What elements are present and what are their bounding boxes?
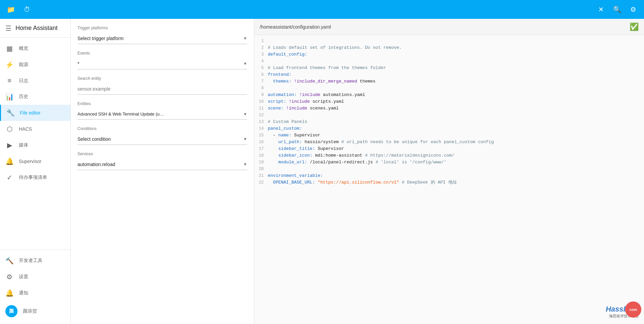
code-line-17: 17 sidebar_title: Supervisor	[254, 145, 644, 152]
code-line-6: 6 frontend:	[254, 71, 644, 78]
sidebar-item-file-editor[interactable]: 🔧 File editor	[0, 105, 70, 121]
code-line-15: 15 - name: Supervisor	[254, 132, 644, 139]
log-icon: ≡	[5, 77, 13, 85]
code-line-1: 1	[254, 38, 644, 44]
sidebar-item-history[interactable]: 📊 历史	[0, 89, 70, 105]
overview-icon: ▦	[5, 44, 13, 53]
code-line-13: 13 # Custom Panels	[254, 119, 644, 125]
trigger-platforms-label: Trigger platforms	[77, 26, 247, 30]
user-label: 颜添贺	[23, 308, 37, 314]
code-line-18: 18 sidebar_icon: mdi:home-assistant # ht…	[254, 152, 644, 159]
services-select[interactable]: automation.reload ▼	[77, 159, 247, 170]
code-line-3: 3 default_config:	[254, 51, 644, 58]
avatar: 颜	[5, 305, 18, 317]
todo-label: 待办事项清单	[19, 174, 47, 181]
code-editor[interactable]: 1 2 # Loads default set of integrations.…	[254, 35, 644, 324]
code-line-8: 8	[254, 85, 644, 92]
services-value: automation.reload	[77, 162, 115, 167]
code-line-11: 11 scene: !include scenes.yaml	[254, 105, 644, 112]
file-editor-header: /homeassistant/configuration.yaml ✅	[254, 19, 644, 35]
supervisor-icon: 🔔	[5, 157, 13, 165]
code-line-20: 20	[254, 166, 644, 172]
topbar: 📁 ⏱ ✕ 🔍 ⚙	[0, 0, 644, 19]
search-button[interactable]: 🔍	[612, 4, 622, 15]
main-layout: ☰ Home Assistant ▦ 概览 ⚡ 能源 ≡ 日志 📊 历史 🔧	[0, 19, 644, 324]
sidebar-item-media[interactable]: ▶ 媒体	[0, 137, 70, 153]
sidebar-item-energy[interactable]: ⚡ 能源	[0, 57, 70, 73]
watermark-badge: com	[625, 301, 641, 318]
media-label: 媒体	[19, 142, 28, 148]
settings-button[interactable]: ⚙	[628, 4, 639, 15]
content-area: Trigger platforms Select trigger platfor…	[71, 19, 644, 324]
sidebar-item-overview[interactable]: ▦ 概览	[0, 40, 70, 57]
notifications-icon: 🔔	[5, 289, 13, 297]
search-entity-label: Search entity	[77, 76, 247, 81]
watermark: com Hassbian 瀚思彼岸技术论坛	[606, 305, 639, 319]
entities-label: Entities	[77, 101, 247, 106]
check-icon: ✅	[630, 23, 639, 31]
left-panel: Trigger platforms Select trigger platfor…	[71, 19, 254, 324]
conditions-select[interactable]: Select condition ▼	[77, 134, 247, 145]
overview-label: 概览	[19, 45, 28, 52]
trigger-platform-arrow: ▼	[243, 36, 247, 41]
conditions-value: Select condition	[77, 136, 111, 142]
history-icon[interactable]: ⏱	[22, 4, 32, 15]
hacs-label: HACS	[19, 126, 32, 132]
sidebar-item-todo[interactable]: ✓ 待办事项清单	[0, 169, 70, 186]
developer-label: 开发者工具	[19, 258, 42, 264]
sidebar-item-user[interactable]: 颜 颜添贺	[0, 301, 70, 321]
close-button[interactable]: ✕	[595, 4, 606, 15]
sidebar-item-developer[interactable]: 🔨 开发者工具	[0, 253, 70, 269]
app-title: Home Assistant	[15, 25, 58, 32]
log-label: 日志	[19, 78, 28, 84]
code-line-12: 12	[254, 112, 644, 119]
sidebar-item-log[interactable]: ≡ 日志	[0, 73, 70, 89]
media-icon: ▶	[5, 141, 13, 149]
entities-arrow: ▼	[243, 112, 247, 117]
sidebar-item-settings[interactable]: ⚙ 设置	[0, 269, 70, 285]
code-line-19: 19 module_url: /local/panel-redirect.js …	[254, 159, 644, 166]
events-select[interactable]: * ▼	[77, 58, 247, 69]
code-line-16: 16 url_path: hassio/system # url_path ne…	[254, 139, 644, 145]
energy-label: 能源	[19, 62, 28, 68]
sidebar-item-supervisor[interactable]: 🔔 Supervisor	[0, 153, 70, 169]
topbar-actions: ✕ 🔍 ⚙	[595, 4, 639, 15]
conditions-arrow: ▼	[243, 137, 247, 141]
settings-label: 设置	[19, 274, 28, 280]
sidebar-item-hacs[interactable]: ⬡ HACS	[0, 121, 70, 137]
search-entity-input[interactable]	[77, 84, 247, 95]
energy-icon: ⚡	[5, 61, 13, 69]
code-line-10: 10 script: !include scripts.yaml	[254, 98, 644, 105]
history-nav-icon: 📊	[5, 93, 13, 101]
events-value: *	[77, 61, 79, 66]
file-editor-label: File editor	[20, 110, 40, 116]
file-editor-icon: 🔧	[6, 109, 14, 117]
hamburger-icon[interactable]: ☰	[5, 24, 11, 32]
trigger-platform-select[interactable]: Select trigger platform ▼	[77, 33, 247, 44]
developer-icon: 🔨	[5, 257, 13, 265]
entities-select[interactable]: Advanced SSH & Web Terminal Update (upda…	[77, 109, 247, 120]
code-line-21: 21 environment_variable:	[254, 172, 644, 179]
events-arrow: ▼	[243, 61, 247, 66]
code-line-4: 4	[254, 58, 644, 65]
code-line-7: 7 themes: !include_dir_merge_named theme…	[254, 78, 644, 85]
hacs-icon: ⬡	[5, 125, 13, 133]
sidebar-item-notifications[interactable]: 🔔 通知	[0, 285, 70, 301]
trigger-platform-value: Select trigger platform	[77, 36, 124, 41]
code-line-9: 9 automation: !include automations.yaml	[254, 92, 644, 98]
services-label: Services	[77, 152, 247, 156]
code-line-5: 5 # Load frontend themes from the themes…	[254, 65, 644, 71]
entities-value: Advanced SSH & Web Terminal Update (upda…	[77, 111, 165, 117]
history-label: 历史	[19, 94, 28, 100]
services-arrow: ▼	[243, 162, 247, 167]
conditions-label: Conditions	[77, 126, 247, 131]
sidebar-nav: ▦ 概览 ⚡ 能源 ≡ 日志 📊 历史 🔧 File editor ⬡ HACS	[0, 38, 70, 250]
sidebar: ☰ Home Assistant ▦ 概览 ⚡ 能源 ≡ 日志 📊 历史 🔧	[0, 19, 71, 324]
code-line-2: 2 # Loads default set of integrations. D…	[254, 44, 644, 51]
sidebar-bottom: 🔨 开发者工具 ⚙ 设置 🔔 通知 颜 颜添贺	[0, 250, 70, 324]
settings-nav-icon: ⚙	[5, 273, 13, 281]
todo-icon: ✓	[5, 173, 13, 182]
supervisor-label: Supervisor	[19, 159, 41, 164]
notifications-label: 通知	[19, 290, 28, 296]
folder-icon[interactable]: 📁	[5, 4, 16, 15]
